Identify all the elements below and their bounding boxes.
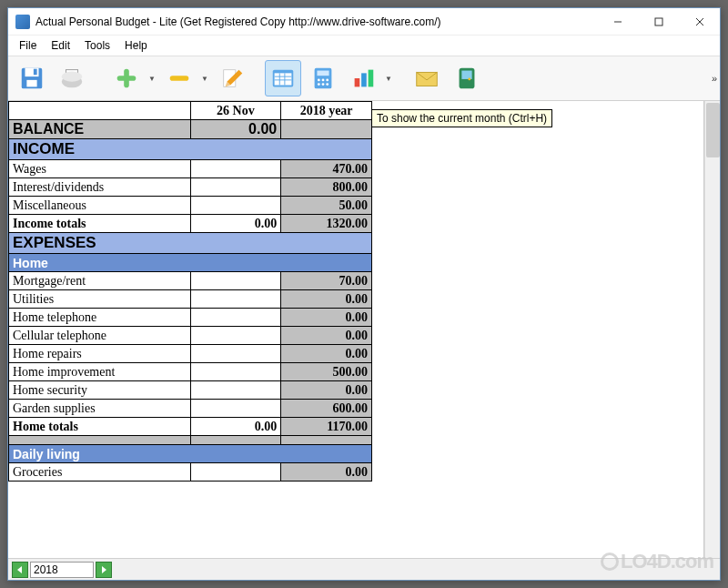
scrollbar-thumb[interactable] <box>706 103 720 157</box>
svg-rect-12 <box>117 76 136 81</box>
svg-rect-1 <box>655 18 662 25</box>
menu-edit[interactable]: Edit <box>44 37 77 54</box>
table-row: Groceries0.00 <box>9 463 372 482</box>
minimize-button[interactable] <box>597 9 638 35</box>
income-header: INCOME <box>9 139 372 160</box>
svg-rect-36 <box>461 71 471 79</box>
svg-point-37 <box>468 78 470 81</box>
svg-point-27 <box>326 78 329 81</box>
vertical-scrollbar[interactable] <box>704 101 720 558</box>
window-title: Actual Personal Budget - Lite (Get Regis… <box>35 15 597 28</box>
col-date: 26 Nov <box>190 102 281 120</box>
svg-rect-32 <box>361 73 367 86</box>
table-row: Mortgage/rent70.00 <box>9 272 372 290</box>
next-year-button[interactable] <box>96 562 112 578</box>
home-subheader: Home <box>9 254 372 272</box>
balance-row: BALANCE 0.00 <box>9 120 372 139</box>
table-row: Cellular telephone0.00 <box>9 327 372 345</box>
watermark: LO4D.com <box>601 550 713 573</box>
add-dropdown-icon[interactable]: ▼ <box>148 75 157 83</box>
print-button[interactable] <box>54 60 90 96</box>
close-button[interactable] <box>679 9 720 35</box>
remove-dropdown-icon[interactable]: ▼ <box>201 75 210 83</box>
current-month-button[interactable] <box>265 60 301 96</box>
edit-button[interactable] <box>214 60 250 96</box>
expenses-header: EXPENSES <box>9 233 372 254</box>
header-row: 26 Nov 2018 year <box>9 102 372 120</box>
table-row: Interest/dividends800.00 <box>9 178 372 197</box>
calculator-button[interactable] <box>305 60 341 96</box>
svg-point-26 <box>322 78 325 81</box>
table-row: Utilities0.00 <box>9 290 372 309</box>
income-total-row: Income totals0.001320.00 <box>9 215 372 233</box>
svg-rect-7 <box>34 69 37 76</box>
table-row: Home telephone0.00 <box>9 309 372 327</box>
chart-dropdown-icon[interactable]: ▼ <box>385 75 394 83</box>
toolbar: ▼ ▼ ▼ » <box>8 56 720 101</box>
budget-grid: 26 Nov 2018 year BALANCE 0.00 INCOME Wag… <box>8 101 372 482</box>
menubar: File Edit Tools Help <box>8 35 720 56</box>
table-row: Garden supplies600.00 <box>9 400 372 418</box>
table-row: Home repairs0.00 <box>9 345 372 363</box>
svg-marker-39 <box>102 566 106 573</box>
daily-subheader: Daily living <box>9 445 372 463</box>
budget-grid-scroll[interactable]: 26 Nov 2018 year BALANCE 0.00 INCOME Wag… <box>8 101 704 558</box>
menu-tools[interactable]: Tools <box>77 37 117 54</box>
svg-rect-24 <box>317 71 329 76</box>
home-total-row: Home totals0.001170.00 <box>9 418 372 436</box>
svg-rect-31 <box>355 78 360 86</box>
svg-point-28 <box>318 83 320 86</box>
svg-rect-33 <box>369 70 374 87</box>
svg-point-30 <box>326 83 329 86</box>
svg-point-10 <box>62 72 83 82</box>
add-button[interactable] <box>108 60 145 96</box>
svg-rect-6 <box>26 80 36 87</box>
content-area: 26 Nov 2018 year BALANCE 0.00 INCOME Wag… <box>8 101 720 558</box>
table-row: Wages470.00 <box>9 160 372 178</box>
svg-point-25 <box>318 78 320 81</box>
save-button[interactable] <box>14 60 50 96</box>
svg-rect-18 <box>275 73 292 85</box>
year-input[interactable] <box>30 562 94 578</box>
prev-year-button[interactable] <box>12 562 28 578</box>
remove-button[interactable] <box>161 60 197 96</box>
table-row: Miscellaneous50.00 <box>9 197 372 215</box>
toolbar-overflow-icon[interactable]: » <box>712 73 716 84</box>
table-row: Home improvement500.00 <box>9 363 372 381</box>
svg-marker-38 <box>17 566 22 573</box>
app-window: Actual Personal Budget - Lite (Get Regis… <box>7 7 721 581</box>
menu-file[interactable]: File <box>12 37 44 54</box>
svg-point-29 <box>322 83 325 86</box>
spacer-row <box>9 436 372 445</box>
app-icon <box>15 15 30 29</box>
col-year: 2018 year <box>281 102 372 120</box>
mail-button[interactable] <box>409 60 445 96</box>
svg-rect-13 <box>170 76 189 81</box>
maximize-button[interactable] <box>638 9 679 35</box>
window-controls <box>597 9 720 35</box>
exit-button[interactable] <box>449 60 485 96</box>
table-row: Home security0.00 <box>9 381 372 400</box>
tooltip: To show the current month (Ctrl+H) <box>371 109 552 127</box>
chart-button[interactable] <box>345 60 381 96</box>
titlebar[interactable]: Actual Personal Budget - Lite (Get Regis… <box>8 8 720 35</box>
menu-help[interactable]: Help <box>117 37 155 54</box>
